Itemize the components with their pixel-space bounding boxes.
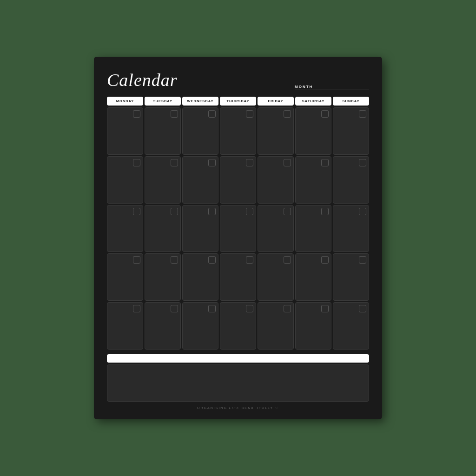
table-row[interactable]: [220, 253, 256, 301]
table-row[interactable]: [145, 302, 181, 350]
table-row[interactable]: [258, 107, 294, 155]
calendar-grid: [107, 107, 369, 350]
month-label: MONTH: [295, 85, 313, 89]
table-row[interactable]: [220, 107, 256, 155]
calendar-title: Calendar: [107, 70, 178, 90]
table-row[interactable]: [220, 156, 256, 204]
day-header-tuesday: TUESDAY: [145, 97, 181, 106]
table-row[interactable]: [220, 205, 256, 252]
table-row[interactable]: [107, 302, 143, 350]
table-row[interactable]: [145, 107, 181, 155]
table-row[interactable]: [333, 205, 369, 252]
day-header-monday: MONDAY: [107, 97, 143, 106]
table-row[interactable]: [182, 253, 218, 301]
table-row[interactable]: [145, 253, 181, 301]
notes-section: [107, 354, 369, 402]
table-row[interactable]: [182, 205, 218, 252]
table-row[interactable]: [107, 156, 143, 204]
table-row[interactable]: [258, 205, 294, 252]
month-line: [295, 90, 369, 90]
footer-text: ORGANISING life BEAUTIFULLY ♡: [107, 406, 369, 410]
table-row[interactable]: [107, 107, 143, 155]
table-row[interactable]: [333, 156, 369, 204]
table-row[interactable]: [295, 107, 331, 155]
table-row[interactable]: [333, 302, 369, 350]
day-header-saturday: SATURDAY: [295, 97, 331, 106]
table-row[interactable]: [107, 205, 143, 252]
day-header-wednesday: WEDNESDAY: [182, 97, 218, 106]
table-row[interactable]: [295, 205, 331, 252]
table-row[interactable]: [258, 253, 294, 301]
table-row[interactable]: [182, 156, 218, 204]
table-row[interactable]: [295, 302, 331, 350]
table-row[interactable]: [145, 205, 181, 252]
table-row[interactable]: [145, 156, 181, 204]
table-row[interactable]: [258, 302, 294, 350]
table-row[interactable]: [258, 156, 294, 204]
table-row[interactable]: [333, 107, 369, 155]
table-row[interactable]: [333, 253, 369, 301]
day-header-sunday: SUNDAY: [333, 97, 369, 106]
day-header-friday: FRIDAY: [258, 97, 294, 106]
header-section: Calendar MONTH: [107, 70, 369, 90]
day-header-thursday: THURSDAY: [220, 97, 256, 106]
table-row[interactable]: [182, 302, 218, 350]
table-row[interactable]: [107, 253, 143, 301]
notes-bar: [107, 354, 369, 363]
notes-area[interactable]: [107, 364, 369, 402]
days-header: MONDAY TUESDAY WEDNESDAY THURSDAY FRIDAY…: [107, 97, 369, 106]
table-row[interactable]: [182, 107, 218, 155]
table-row[interactable]: [295, 156, 331, 204]
calendar-board: Calendar MONTH MONDAY TUESDAY WEDNESDAY …: [94, 57, 382, 419]
table-row[interactable]: [220, 302, 256, 350]
month-section: MONTH: [295, 85, 369, 90]
table-row[interactable]: [295, 253, 331, 301]
